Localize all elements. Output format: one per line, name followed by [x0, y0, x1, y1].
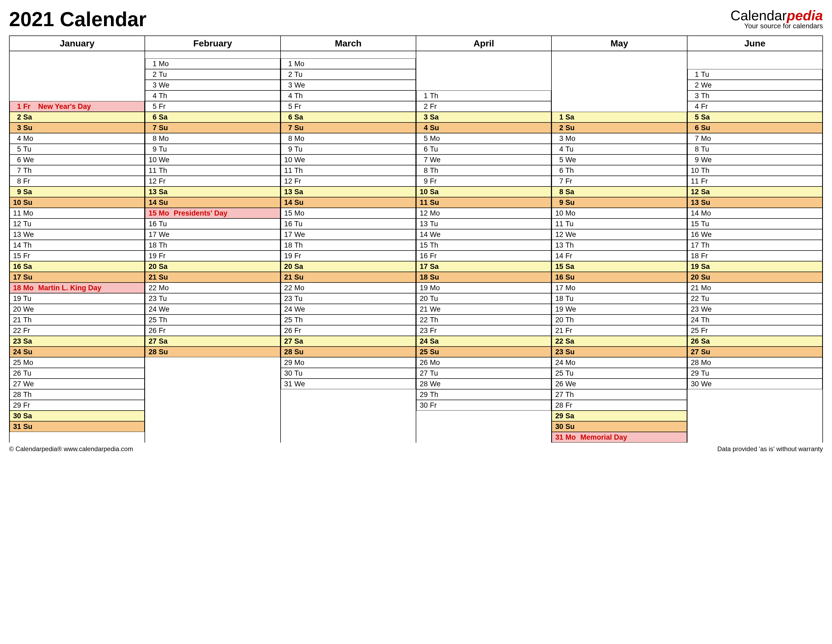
day-of-week: Mo: [158, 209, 174, 218]
day-number: 9: [690, 156, 701, 164]
day-number: 3: [419, 113, 430, 122]
day-of-week: Fr: [565, 327, 580, 335]
day-of-week: We: [294, 380, 309, 388]
day-number: 20: [283, 263, 294, 271]
day-cell: 24We: [281, 304, 416, 314]
day-number: 4: [12, 135, 23, 143]
day-number: 23: [147, 295, 158, 303]
day-cell: 21We: [416, 304, 551, 314]
day-number: 7: [12, 167, 23, 175]
day-of-week: Tu: [294, 369, 309, 378]
day-cell: 16Tu: [281, 218, 416, 229]
day-number: 26: [554, 380, 565, 388]
day-number: 28: [12, 391, 23, 399]
day-cell: 30Sa: [10, 410, 144, 421]
day-of-week: Fr: [23, 401, 38, 410]
day-number: 2: [283, 70, 294, 79]
day-cell: 23Su: [552, 346, 686, 357]
day-number: 27: [554, 391, 565, 399]
day-number: 16: [419, 252, 430, 260]
day-cell: 1Mo: [281, 58, 416, 69]
day-number: 6: [419, 145, 430, 154]
day-of-week: Sa: [294, 337, 309, 346]
day-number: 16: [690, 231, 701, 239]
day-cell: 14Su: [145, 197, 280, 208]
day-cell: 10Mo: [552, 208, 686, 218]
day-of-week: Tu: [23, 369, 38, 378]
day-cell: 11Fr: [688, 176, 822, 186]
day-number: 8: [147, 135, 158, 143]
day-cell: 3We: [281, 80, 416, 90]
day-number: 6: [147, 113, 158, 122]
day-number: 22: [12, 327, 23, 335]
day-number: 31: [12, 423, 23, 431]
day-number: 30: [283, 369, 294, 378]
day-number: 6: [283, 113, 294, 122]
day-of-week: Th: [430, 241, 445, 250]
day-number: 20: [12, 305, 23, 314]
day-of-week: Su: [565, 124, 580, 132]
day-number: 9: [147, 145, 158, 154]
day-of-week: Th: [430, 316, 445, 324]
day-cell: 2Fr: [416, 101, 551, 112]
day-number: 18: [12, 284, 23, 292]
day-number: 29: [12, 401, 23, 410]
day-of-week: Th: [23, 167, 38, 175]
day-number: 11: [554, 220, 565, 228]
day-cell: 25Su: [416, 346, 551, 357]
day-of-week: Sa: [565, 412, 580, 420]
day-number: 27: [283, 337, 294, 346]
day-cell: 23We: [688, 304, 822, 314]
day-cell: 27Tu: [416, 368, 551, 378]
day-cell: 6Th: [552, 165, 686, 176]
day-cell: 13Th: [552, 240, 686, 250]
day-number: 18: [283, 241, 294, 250]
day-of-week: Fr: [701, 327, 716, 335]
day-number: 18: [690, 252, 701, 260]
day-cell: 10Th: [688, 165, 822, 176]
day-cell: 14Fr: [552, 250, 686, 261]
day-number: 19: [283, 252, 294, 260]
day-of-week: Th: [158, 241, 174, 250]
day-of-week: We: [430, 305, 445, 314]
day-number: 15: [690, 220, 701, 228]
day-of-week: We: [23, 305, 38, 314]
day-of-week: Mo: [701, 209, 716, 218]
day-cell: 15Fr: [10, 250, 144, 261]
day-of-week: Fr: [430, 177, 445, 186]
day-of-week: Fr: [430, 327, 445, 335]
day-cell: 12We: [552, 229, 686, 240]
day-cell: 18Fr: [688, 250, 822, 261]
day-number: 15: [283, 209, 294, 218]
day-of-week: Tu: [565, 220, 580, 228]
day-cell: 22Tu: [688, 293, 822, 304]
day-cell: 3Th: [688, 90, 822, 101]
day-of-week: Tu: [565, 145, 580, 154]
day-cell: 8Mo: [281, 133, 416, 144]
calendar-grid: JanuaryFebruaryMarchAprilMayJune 1Mo1Mo2…: [9, 35, 823, 442]
day-of-week: Th: [565, 316, 580, 324]
day-cell: 27Su: [688, 346, 822, 357]
day-cell: 6Tu: [416, 144, 551, 154]
day-cell: 8Mo: [145, 133, 280, 144]
day-cell: 31Su: [10, 421, 144, 432]
day-number: 24: [147, 305, 158, 314]
day-cell: 31We: [281, 378, 416, 389]
header: 2021 Calendar Calendarpedia Your source …: [9, 8, 823, 31]
day-number: 10: [12, 199, 23, 207]
day-cell: 26Tu: [10, 368, 144, 378]
day-number: 12: [147, 177, 158, 186]
day-cell: 14We: [416, 229, 551, 240]
day-of-week: Su: [23, 423, 38, 431]
day-number: 2: [690, 81, 701, 90]
month-header: February: [145, 36, 280, 51]
day-cell: 7Mo: [688, 133, 822, 144]
day-of-week: Su: [294, 348, 309, 356]
day-of-week: Sa: [158, 188, 174, 196]
day-number: 9: [12, 188, 23, 196]
day-number: 25: [419, 348, 430, 356]
day-number: 4: [554, 145, 565, 154]
day-cell: 28Su: [145, 346, 280, 357]
day-of-week: Su: [294, 124, 309, 132]
day-of-week: Fr: [294, 177, 309, 186]
